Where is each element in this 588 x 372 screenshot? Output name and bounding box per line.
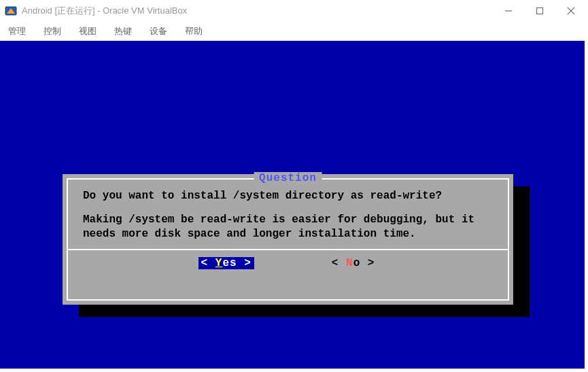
menu-help[interactable]: 帮助 (181, 24, 207, 39)
close-button[interactable] (555, 1, 587, 21)
menu-devices[interactable]: 设备 (145, 24, 171, 39)
question-dialog: Question Do you want to install /system … (63, 174, 513, 305)
menu-hotkeys[interactable]: 热键 (110, 24, 136, 39)
dialog-message-2: Making /system be read-write is easier f… (83, 213, 493, 241)
dialog-message-1: Do you want to install /system directory… (83, 189, 493, 203)
dialog-separator (68, 249, 508, 250)
menubar: 管理 控制 视图 热键 设备 帮助 (0, 22, 588, 41)
dialog-title: Question (254, 172, 322, 184)
vm-screen[interactable]: Question Do you want to install /system … (0, 41, 585, 369)
menu-view[interactable]: 视图 (75, 24, 101, 39)
minimize-button[interactable] (493, 1, 524, 21)
menu-control[interactable]: 控制 (39, 24, 65, 39)
titlebar: Android [正在运行] - Oracle VM VirtualBox (0, 0, 588, 22)
maximize-button[interactable] (524, 1, 555, 21)
yes-button[interactable]: < Yes > (198, 257, 254, 269)
virtualbox-icon (4, 4, 18, 18)
no-button[interactable]: < No > (329, 257, 378, 269)
window-title: Android [正在运行] - Oracle VM VirtualBox (22, 5, 187, 17)
svg-rect-2 (537, 8, 543, 14)
menu-manage[interactable]: 管理 (4, 24, 30, 39)
